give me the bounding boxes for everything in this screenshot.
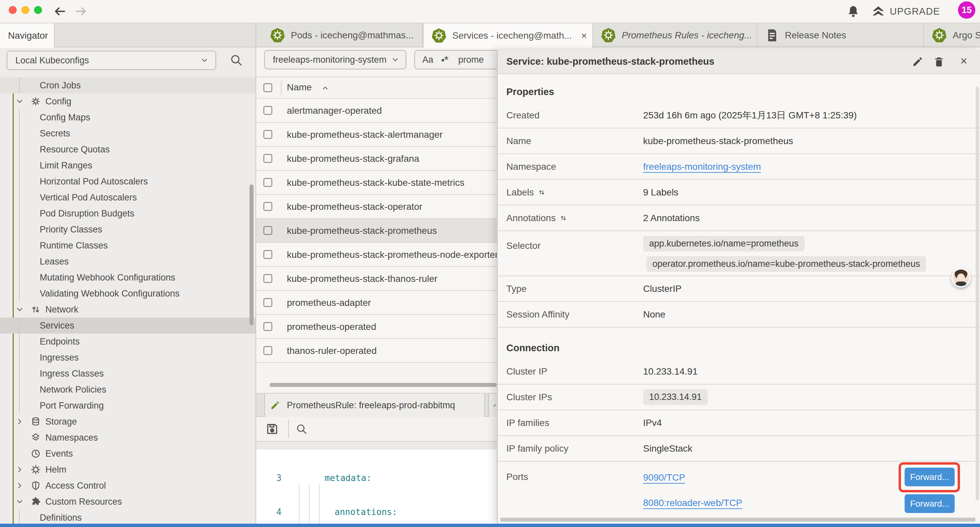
select-all-checkbox[interactable] [264, 83, 272, 92]
save-icon[interactable] [266, 422, 279, 436]
row-checkbox[interactable] [264, 322, 272, 331]
sidebar-scrollbar[interactable] [250, 185, 253, 325]
sidebar-item-port-forwarding[interactable]: Port Forwarding [0, 398, 256, 414]
close-icon[interactable]: × [960, 54, 967, 68]
close-tab-icon[interactable]: × [581, 30, 587, 41]
tab-services-icecheng-math[interactable]: Services - icecheng@math...× [423, 23, 593, 48]
sidebar-item-namespaces[interactable]: Namespaces [0, 430, 256, 446]
sidebar-item-leases[interactable]: Leases [0, 253, 256, 269]
yaml-editor[interactable]: 3 metadata: 4 annotations: 5 kubectl.kub… [256, 450, 497, 524]
sidebar-item-config-maps[interactable]: Config Maps [0, 110, 256, 126]
row-checkbox[interactable] [264, 202, 272, 211]
namespace-select[interactable]: freeleaps-monitoring-system [264, 50, 406, 69]
editor-tab-prometheusrule[interactable]: PrometheusRule: freeleaps-prod-rabbitmq [264, 393, 485, 417]
window-zoom-button[interactable] [34, 6, 42, 14]
table-row[interactable]: kube-prometheus-stack-operator [256, 195, 497, 219]
namespace-link[interactable]: freeleaps-monitoring-system [643, 161, 761, 172]
tab-navigator[interactable]: Navigator [0, 23, 55, 48]
sidebar-item-helm[interactable]: Helm [0, 462, 256, 478]
sidebar-item-mutating-webhook-configurations[interactable]: Mutating Webhook Configurations [0, 269, 256, 285]
match-case-toggle[interactable]: Aa [422, 55, 433, 65]
tab-pods-icecheng-mathmas[interactable]: Pods - icecheng@mathmas... [262, 23, 423, 47]
tab-argo-se[interactable]: Argo Se [924, 23, 980, 47]
sidebar-item-validating-webhook-configurations[interactable]: Validating Webhook Configurations [0, 285, 256, 301]
tab-release-notes[interactable]: Release Notes [757, 23, 924, 47]
row-checkbox[interactable] [264, 346, 272, 355]
sidebar-item-access-control[interactable]: Access Control [0, 478, 256, 494]
sort-ascending-icon[interactable] [321, 84, 329, 92]
upgrade-button[interactable]: UPGRADE [871, 5, 940, 18]
row-checkbox[interactable] [264, 298, 272, 307]
window-close-button[interactable] [9, 6, 17, 14]
table-row[interactable]: kube-prometheus-stack-prometheus-node-ex… [256, 243, 497, 267]
table-row[interactable]: prometheus-adapter [256, 291, 497, 315]
sidebar-item-custom-resources[interactable]: Custom Resources [0, 494, 256, 509]
drawer-scrollbar[interactable] [976, 87, 979, 500]
sort-updown-icon[interactable] [560, 214, 567, 222]
service-name: thanos-ruler-operated [287, 345, 377, 356]
toolbar-divider [288, 420, 289, 438]
filter-search-input[interactable]: Aa ▪* prome [414, 50, 497, 69]
row-checkbox[interactable] [264, 250, 272, 259]
table-row[interactable]: kube-prometheus-stack-prometheus [256, 219, 497, 243]
sidebar-item-network-policies[interactable]: Network Policies [0, 382, 256, 398]
sidebar-item-vertical-pod-autoscalers[interactable]: Vertical Pod Autoscalers [0, 189, 256, 205]
bell-icon[interactable] [846, 5, 860, 18]
sidebar-item-limit-ranges[interactable]: Limit Ranges [0, 158, 256, 174]
tab-prometheus-rules-icecheng[interactable]: Prometheus Rules - icecheng... [593, 23, 757, 47]
column-divider [281, 81, 282, 96]
editor-tab-partial[interactable] [488, 393, 497, 417]
sidebar-item-services[interactable]: Services [0, 318, 256, 334]
editor-search-icon[interactable] [296, 423, 307, 435]
sidebar-item-ingresses[interactable]: Ingresses [0, 350, 256, 366]
sidebar-item-ingress-classes[interactable]: Ingress Classes [0, 366, 256, 382]
table-row[interactable]: kube-prometheus-stack-thanos-ruler [256, 267, 497, 291]
port-link-8080[interactable]: 8080:reloader-web/TCP [643, 498, 742, 508]
sidebar-item-runtime-classes[interactable]: Runtime Classes [0, 237, 256, 253]
row-checkbox[interactable] [264, 130, 272, 139]
horizontal-scrollbar[interactable] [269, 383, 497, 387]
port-link-9090[interactable]: 9090/TCP [643, 472, 685, 483]
chevron-down-icon [15, 305, 24, 314]
row-checkbox[interactable] [264, 154, 272, 163]
sidebar-item-cron-jobs[interactable]: Cron Jobs [0, 77, 256, 93]
table-row[interactable]: kube-prometheus-stack-grafana [256, 147, 497, 171]
sidebar-item-definitions[interactable]: Definitions [0, 509, 256, 524]
regex-toggle[interactable]: ▪* [441, 53, 448, 66]
row-checkbox[interactable] [264, 106, 272, 115]
kubeconfig-select[interactable]: Local Kubeconfigs [7, 51, 216, 70]
row-checkbox[interactable] [264, 226, 272, 235]
sort-updown-icon[interactable] [538, 188, 546, 196]
avatar[interactable] [951, 268, 970, 288]
row-type: Type ClusterIP [498, 276, 980, 302]
window-minimize-button[interactable] [21, 6, 29, 14]
sidebar-item-storage[interactable]: Storage [0, 414, 256, 430]
row-ip-family-policy: IP family policy SingleStack [498, 436, 980, 462]
sidebar-item-config[interactable]: Config [0, 93, 256, 110]
sidebar-search-icon[interactable] [229, 53, 243, 67]
sidebar-item-network[interactable]: Network [0, 301, 256, 318]
sidebar-item-resource-quotas[interactable]: Resource Quotas [0, 142, 256, 158]
row-checkbox[interactable] [264, 274, 272, 283]
sidebar-item-secrets[interactable]: Secrets [0, 126, 256, 142]
kubernetes-icon [601, 28, 616, 43]
sidebar-item-events[interactable]: Events [0, 446, 256, 462]
back-arrow-icon[interactable] [53, 5, 67, 18]
table-row[interactable]: alertmanager-operated [256, 99, 497, 123]
table-row[interactable]: thanos-ruler-operated [256, 339, 497, 363]
edit-icon[interactable] [912, 56, 923, 67]
table-row[interactable]: kube-prometheus-stack-alertmanager [256, 123, 497, 147]
forward-arrow-icon[interactable] [74, 5, 88, 18]
table-row[interactable]: prometheus-operated [256, 315, 497, 339]
sidebar-item-pod-disruption-budgets[interactable]: Pod Disruption Budgets [0, 205, 256, 221]
forward-button-8080[interactable]: Forward... [905, 494, 955, 513]
name-column-header[interactable]: Name [287, 82, 312, 93]
table-row[interactable]: kube-prometheus-stack-kube-state-metrics [256, 171, 497, 195]
row-checkbox[interactable] [264, 178, 272, 187]
notification-badge[interactable]: 15 [958, 2, 975, 19]
sidebar-item-priority-classes[interactable]: Priority Classes [0, 221, 256, 237]
sidebar-item-endpoints[interactable]: Endpoints [0, 334, 256, 350]
delete-icon[interactable] [933, 56, 945, 67]
sidebar-item-horizontal-pod-autoscalers[interactable]: Horizontal Pod Autoscalers [0, 174, 256, 189]
drawer-bottom-scrollbar[interactable] [500, 517, 975, 522]
